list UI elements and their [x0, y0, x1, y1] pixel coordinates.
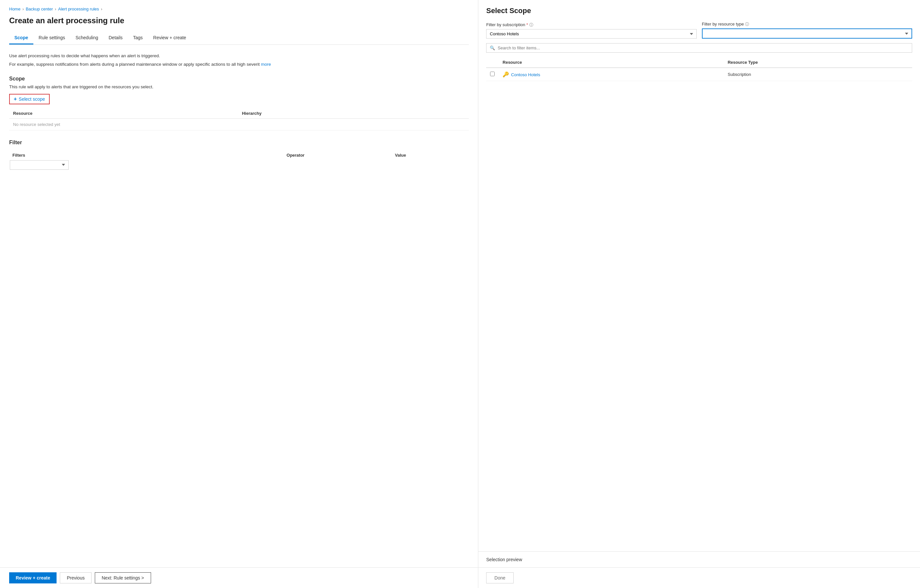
scope-col-hierarchy: Hierarchy — [238, 108, 469, 119]
subscription-label: Filter by subscription * ⓘ — [486, 22, 696, 28]
filters-dropdown[interactable] — [10, 160, 69, 170]
done-button[interactable]: Done — [486, 572, 513, 583]
tab-details[interactable]: Details — [103, 32, 128, 44]
tab-scheduling[interactable]: Scheduling — [70, 32, 103, 44]
right-bottom-bar: Done — [478, 567, 920, 588]
right-panel-title: Select Scope — [486, 6, 912, 15]
filter-col-filters: Filters — [10, 151, 283, 160]
resource-row-checkbox[interactable] — [490, 71, 495, 76]
filter-table: Filters Operator Value — [9, 150, 469, 170]
resource-table: Resource Resource Type 🔑Contoso Hotels S… — [486, 57, 912, 81]
scope-empty-row: No resource selected yet — [9, 118, 469, 130]
required-asterisk: * — [526, 22, 528, 27]
filter-row — [10, 160, 468, 170]
filter-col-value: Value — [392, 151, 468, 160]
resource-type-dropdown[interactable] — [702, 28, 912, 39]
resource-table-row: 🔑Contoso Hotels Subscription — [486, 68, 912, 81]
resource-type-label: Filter by resource type ⓘ — [702, 21, 912, 27]
scope-desc: This rule will apply to alerts that are … — [9, 84, 469, 89]
selection-preview: Selection preview — [478, 551, 920, 567]
plus-icon: + — [14, 96, 17, 102]
filter-heading: Filter — [9, 139, 469, 146]
right-panel: Select Scope Filter by subscription * ⓘ … — [478, 0, 920, 588]
next-button[interactable]: Next: Rule settings > — [95, 572, 151, 583]
search-box[interactable]: 🔍 — [486, 43, 912, 53]
breadcrumb-sep-3: › — [101, 7, 102, 11]
breadcrumb-sep-1: › — [23, 7, 24, 11]
resource-col-checkbox — [486, 57, 499, 68]
resource-type-info-icon[interactable]: ⓘ — [745, 22, 749, 26]
tab-rule-settings[interactable]: Rule settings — [33, 32, 70, 44]
resource-col-resource: Resource — [499, 57, 724, 68]
filter-section: Filter Filters Operator Value — [9, 139, 469, 170]
subscription-info-icon[interactable]: ⓘ — [529, 23, 533, 27]
breadcrumb-sep-2: › — [55, 7, 56, 11]
filter-col-operator: Operator — [284, 151, 392, 160]
breadcrumb-backup-center[interactable]: Backup center — [26, 6, 53, 11]
select-scope-button[interactable]: + Select scope — [9, 94, 50, 104]
description-line2: For example, suppress notifications from… — [9, 61, 469, 68]
breadcrumb: Home › Backup center › Alert processing … — [9, 6, 469, 11]
search-icon: 🔍 — [490, 45, 495, 50]
tab-tags[interactable]: Tags — [128, 32, 148, 44]
review-create-button[interactable]: Review + create — [9, 572, 57, 583]
resource-col-type: Resource Type — [724, 57, 912, 68]
page-title: Create an alert processing rule — [9, 16, 469, 25]
previous-button[interactable]: Previous — [60, 572, 91, 583]
scope-empty-message: No resource selected yet — [9, 118, 469, 130]
scope-heading: Scope — [9, 76, 469, 82]
description-line1: Use alert processing rules to decide wha… — [9, 53, 469, 59]
subscription-filter-group: Filter by subscription * ⓘ Contoso Hotel… — [486, 22, 696, 39]
more-link[interactable]: more — [261, 62, 271, 67]
tab-scope[interactable]: Scope — [9, 32, 33, 44]
left-panel: Home › Backup center › Alert processing … — [0, 0, 478, 588]
search-input[interactable] — [497, 45, 909, 50]
scope-col-resource: Resource — [9, 108, 238, 119]
tabs-container: Scope Rule settings Scheduling Details T… — [9, 32, 469, 45]
breadcrumb-alert-rules[interactable]: Alert processing rules — [58, 6, 99, 11]
subscription-icon: 🔑 — [502, 71, 509, 77]
scope-table: Resource Hierarchy No resource selected … — [9, 108, 469, 131]
bottom-bar: Review + create Previous Next: Rule sett… — [0, 567, 478, 588]
tab-review-create[interactable]: Review + create — [148, 32, 191, 44]
selection-preview-label: Selection preview — [486, 557, 522, 562]
breadcrumb-home[interactable]: Home — [9, 6, 21, 11]
subscription-dropdown[interactable]: Contoso Hotels — [486, 29, 696, 39]
resource-link[interactable]: Contoso Hotels — [511, 72, 540, 77]
right-filter-row: Filter by subscription * ⓘ Contoso Hotel… — [486, 21, 912, 39]
resource-type-filter-group: Filter by resource type ⓘ — [702, 21, 912, 39]
resource-type-cell: Subscription — [724, 68, 912, 81]
